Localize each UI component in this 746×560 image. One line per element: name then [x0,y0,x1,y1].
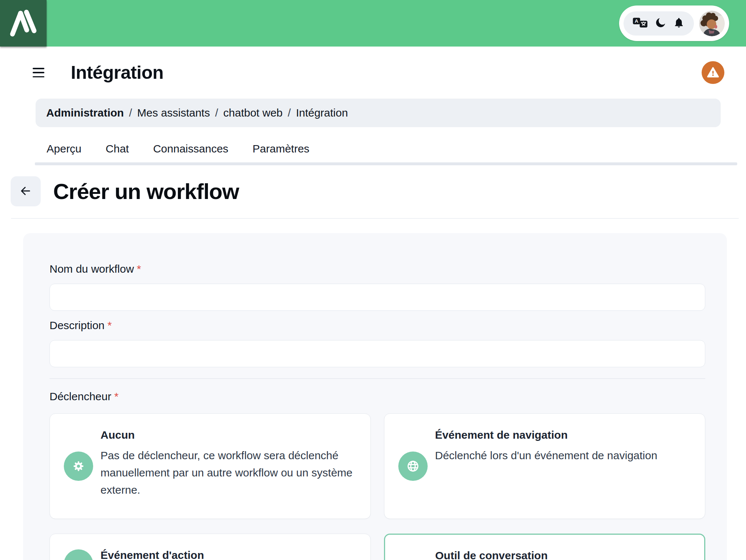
description-input[interactable] [50,340,705,367]
translate-button[interactable]: A [633,17,648,30]
description-label: Description* [50,319,705,332]
gear-icon [64,452,93,481]
page-title: Intégration [71,62,164,83]
form-divider [50,378,705,379]
back-button[interactable] [11,176,41,206]
workflow-name-label: Nom du workflow* [50,262,705,276]
breadcrumb-separator: / [288,107,291,119]
svg-text:A: A [635,18,638,24]
workflow-name-input[interactable] [50,284,705,311]
tab-chat[interactable]: Chat [106,143,129,155]
notifications-button[interactable] [673,17,685,30]
breadcrumb-item-chatbot-web[interactable]: chatbot web [223,107,283,119]
trigger-options-grid: Aucun Pas de déclencheur, ce workflow se… [50,413,705,560]
moon-icon [654,16,667,30]
required-marker: * [107,319,112,331]
warning-triangle-icon [706,66,720,80]
tab-parametres[interactable]: Paramètres [253,143,310,155]
trigger-option-title: Aucun [100,428,356,442]
section-divider [11,218,739,219]
breadcrumb-separator: / [129,107,132,119]
topbar-actions: A [619,0,746,47]
hamburger-icon [33,68,44,69]
breadcrumb: Administration / Mes assistants / chatbo… [36,99,721,127]
tab-apercu[interactable]: Aperçu [47,143,81,155]
quick-actions-group: A [624,11,694,36]
tab-bar: Aperçu Chat Connaissances Paramètres [47,143,746,155]
page-title-row: Intégration [0,61,746,84]
translate-icon: A [633,17,648,30]
trigger-option-title: Outil de conversation [435,548,548,560]
breadcrumb-item-administration[interactable]: Administration [46,107,124,119]
trigger-option-description: Déclenché lors d'un événement de navigat… [435,447,657,464]
trigger-option-description: Pas de déclencheur, ce workflow sera déc… [100,447,356,498]
app-logo[interactable] [0,0,47,47]
globe-icon [398,452,428,481]
trigger-option-evenement-navigation[interactable]: Événement de navigation Déclenché lors d… [384,413,705,519]
brand-mark-icon [0,0,47,47]
required-marker: * [114,390,118,402]
dark-mode-button[interactable] [654,16,667,30]
breadcrumb-item-mes-assistants[interactable]: Mes assistants [137,107,210,119]
trigger-label: Déclencheur* [50,390,705,403]
required-marker: * [137,263,141,275]
action-event-icon [64,549,93,560]
breadcrumb-item-integration[interactable]: Intégration [296,107,348,119]
trigger-option-outil-conversation[interactable]: Outil de conversation [384,534,705,560]
trigger-option-evenement-action[interactable]: Événement d'action [50,534,371,560]
tab-connaissances[interactable]: Connaissances [153,143,228,155]
trigger-option-aucun[interactable]: Aucun Pas de déclencheur, ce workflow se… [50,413,371,519]
main-content: Intégration Administration / Mes assista… [0,61,746,560]
section-title: Créer un workflow [53,179,239,204]
warning-button[interactable] [702,61,724,84]
tab-bar-underline [35,162,737,165]
trigger-option-title: Événement d'action [100,548,204,560]
workflow-form-panel: Nom du workflow* Description* Déclencheu… [23,233,727,560]
section-heading-row: Créer un workflow [0,176,746,206]
breadcrumb-separator: / [215,107,218,119]
arrow-left-icon [19,184,32,199]
trigger-option-title: Événement de navigation [435,428,657,442]
user-avatar[interactable] [699,11,725,36]
bell-icon [673,17,685,30]
menu-button[interactable] [33,68,44,77]
user-controls-pill: A [619,5,729,41]
top-bar: A [0,0,746,47]
